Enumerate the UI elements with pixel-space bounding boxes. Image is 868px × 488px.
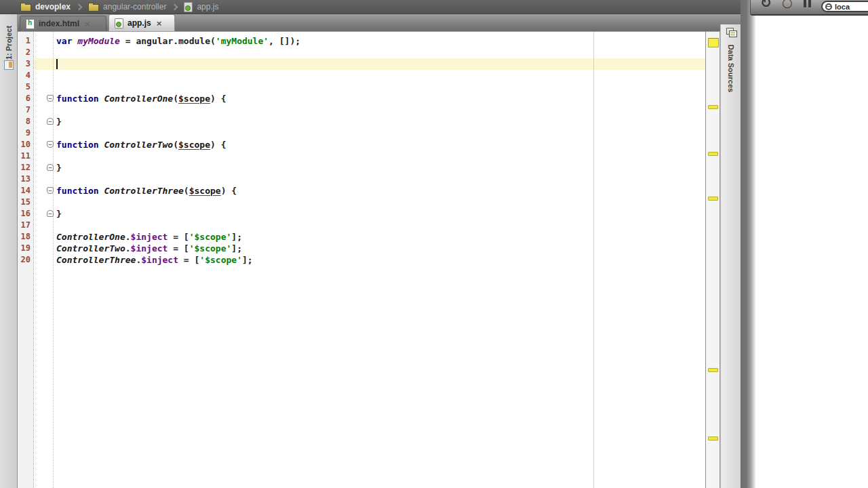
code-token: ControllerTwo [56, 243, 125, 253]
code-token: function [56, 140, 104, 150]
ide-window-edge [741, 0, 756, 488]
stripe-warning-mark[interactable] [708, 105, 718, 109]
pause-icon[interactable] [804, 0, 806, 7]
pause-icon[interactable] [808, 0, 811, 7]
code-token: ControllerThree [56, 255, 136, 265]
code-token: ( [184, 186, 189, 196]
stripe-warning-mark[interactable] [708, 436, 718, 441]
stripe-warning-mark[interactable] [708, 197, 718, 201]
fold-marker[interactable]: − [47, 187, 54, 194]
project-icon[interactable] [4, 60, 14, 70]
breadcrumb-item-devoplex[interactable]: devoplex [20, 2, 71, 12]
file-status-warning-indicator[interactable] [708, 38, 719, 47]
breadcrumb-item-angular-controller[interactable]: angular-controller [88, 2, 166, 12]
code-line: } [56, 208, 300, 220]
code-token: '$scope' [199, 255, 242, 265]
html-file-icon [26, 19, 35, 29]
code-line: ControllerThree.$inject = ['$scope']; [56, 254, 300, 266]
address-text: loca [835, 3, 850, 11]
line-number: 15 [18, 197, 31, 208]
code-token: ControllerTwo [104, 140, 173, 150]
breadcrumb-label: devoplex [35, 2, 71, 12]
tab-label: index.html [39, 19, 79, 28]
error-stripe-scrollbar[interactable] [705, 32, 720, 488]
js-file-icon [115, 18, 123, 28]
line-numbers: 1234567891011121314151617181920 [18, 35, 31, 266]
code-line: function ControllerOne($scope) { [56, 93, 300, 104]
line-number: 14 [18, 185, 31, 197]
fold-marker[interactable]: − [47, 95, 54, 102]
code-line [56, 58, 300, 70]
tab-app-js[interactable]: app.js × [108, 14, 175, 31]
line-number: 12 [18, 162, 31, 174]
code-token: ( [173, 140, 178, 150]
code-token: $scope [178, 140, 210, 150]
globe-icon [825, 3, 832, 10]
line-number: 4 [18, 70, 31, 81]
code-line [56, 174, 300, 185]
browser-toolbar-fragment: ↻ ○ loca [750, 0, 868, 16]
code-token: ]; [242, 255, 253, 265]
fold-marker[interactable]: − [47, 141, 54, 148]
code-token: ) { [210, 140, 226, 150]
right-margin-guide [593, 32, 594, 488]
code-token: = angular.module( [120, 36, 216, 46]
breadcrumb-label: app.js [197, 2, 218, 12]
line-number: 17 [18, 220, 31, 231]
gutter-separator [33, 32, 34, 488]
code-token: } [56, 117, 62, 127]
code-token: = [ [167, 232, 189, 242]
tab-label: app.js [127, 18, 151, 28]
code-line [56, 47, 300, 58]
code-token: 'myModule' [216, 36, 269, 46]
code-line: function ControllerThree($scope) { [56, 185, 300, 197]
reload-icon[interactable]: ↻ [760, 0, 772, 11]
code-token: function [56, 186, 104, 196]
record-circle-icon[interactable]: ○ [782, 0, 793, 9]
code-line: } [56, 162, 300, 174]
fold-marker[interactable]: − [47, 164, 54, 171]
code-token: '$scope' [189, 232, 232, 242]
data-sources-tool-button[interactable]: Data Sources [727, 38, 735, 99]
close-icon[interactable]: × [85, 20, 90, 28]
close-icon[interactable]: × [157, 19, 162, 28]
folder-icon [20, 4, 31, 12]
code-token: $inject [141, 255, 178, 265]
code-line: } [56, 116, 300, 127]
code-lines: var myModule = angular.module('myModule'… [56, 35, 300, 266]
stripe-warning-mark[interactable] [708, 368, 718, 372]
line-number: 16 [18, 208, 31, 220]
line-number: 8 [18, 116, 31, 127]
address-bar[interactable]: loca [821, 1, 868, 12]
code-editor[interactable]: 1234567891011121314151617181920 −−−−−− v… [18, 32, 705, 488]
project-tool-button[interactable]: 1: Project [5, 19, 13, 66]
code-token: = [ [178, 255, 199, 265]
line-number: 20 [18, 254, 31, 266]
code-line: function ControllerTwo($scope) { [56, 139, 300, 150]
code-token: , []); [269, 36, 300, 46]
code-line [56, 197, 300, 208]
js-file-icon [184, 2, 193, 12]
fold-marker[interactable]: − [47, 118, 54, 125]
chevron-right-icon [172, 3, 178, 10]
screenshot-root: devoplex angular-controller app.js 1: Pr… [0, 0, 868, 488]
fold-marker[interactable]: − [47, 210, 54, 217]
text-caret [56, 59, 58, 69]
line-number: 2 [18, 47, 31, 58]
stripe-warning-mark[interactable] [708, 152, 718, 156]
code-token: . [125, 232, 131, 242]
breadcrumb-item-appjs[interactable]: app.js [184, 2, 218, 12]
tab-index-html[interactable]: index.html × [20, 16, 106, 31]
breadcrumb: devoplex angular-controller app.js [0, 0, 741, 14]
chevron-right-icon [76, 3, 83, 10]
line-number: 13 [18, 174, 31, 185]
code-token: $scope [178, 94, 210, 104]
code-token: var [56, 36, 77, 46]
code-line: var myModule = angular.module('myModule'… [56, 35, 300, 47]
code-line [56, 70, 300, 81]
left-tool-window-bar: 1: Project [0, 14, 18, 488]
data-sources-icon[interactable] [726, 28, 737, 37]
code-token: function [56, 94, 104, 104]
code-token: ControllerOne [56, 232, 125, 242]
code-token: } [56, 163, 62, 173]
